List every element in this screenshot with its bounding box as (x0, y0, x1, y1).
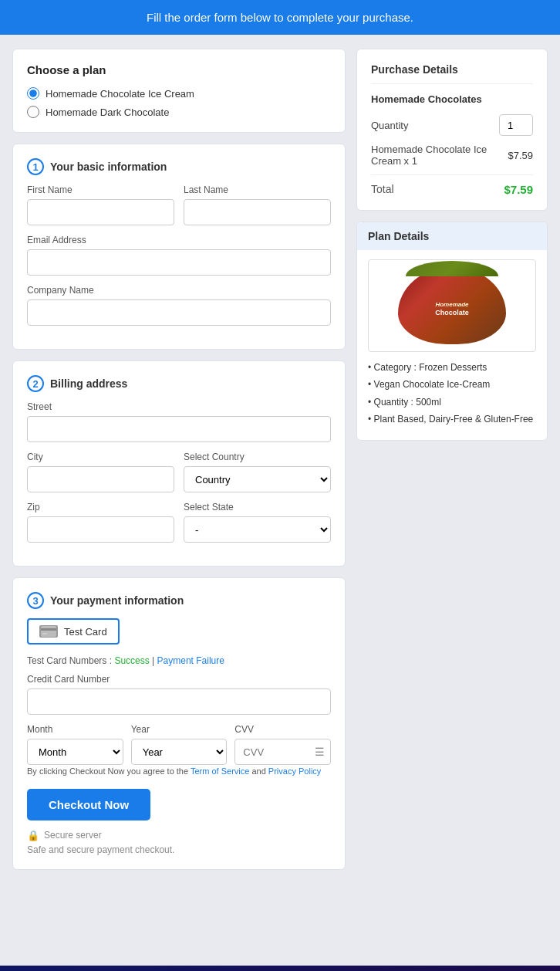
checkout-button[interactable]: Checkout Now (27, 789, 150, 820)
test-card-prefix: Test Card Numbers : (27, 655, 114, 666)
state-group: Select State - (184, 502, 331, 543)
secure-row: 🔒 Secure server (27, 830, 331, 841)
quantity-input[interactable] (499, 114, 533, 136)
terms-text1: By clicking Checkout Now you agree to th… (27, 766, 191, 776)
plan-option-1[interactable]: Homemade Chocolate Ice Cream (27, 87, 331, 100)
total-price: $7.59 (504, 183, 533, 196)
lock-icon: 🔒 (27, 830, 39, 841)
svg-rect-2 (42, 633, 47, 634)
basic-info-card: 1 Your basic information First Name Last… (12, 144, 346, 350)
billing-card: 2 Billing address Street City Select (12, 360, 346, 567)
expiry-cvv-row: Month Month 01020304 05060708 09101112 Y… (27, 724, 331, 765)
basic-info-title: 1 Your basic information (27, 158, 331, 175)
total-label: Total (371, 183, 394, 196)
product-image: Homemade Chocolate (398, 267, 506, 344)
zip-label: Zip (27, 502, 174, 513)
test-card-tab[interactable]: Test Card (27, 618, 120, 645)
payment-label: Your payment information (50, 594, 184, 607)
street-group: Street (27, 401, 331, 442)
bullet-type: • Vegan Chocolate Ice-Cream (368, 377, 536, 392)
item-price: $7.59 (508, 150, 533, 161)
card-icon (39, 625, 58, 638)
first-name-input[interactable] (27, 199, 174, 225)
plan-details-card: Plan Details Homemade Chocolate • Catego… (356, 222, 548, 441)
plan-radio-1[interactable] (27, 87, 39, 100)
cvv-icon: ☰ (315, 746, 325, 758)
card-number-row: Credit Card Number (27, 674, 331, 715)
item-label: Homemade Chocolate Ice Cream x 1 (371, 144, 508, 167)
card-number-group: Credit Card Number (27, 674, 331, 715)
year-select[interactable]: Year 20242025202620272028 (131, 739, 228, 765)
test-card-failure: Payment Failure (157, 655, 224, 666)
month-select[interactable]: Month 01020304 05060708 09101112 (27, 739, 123, 765)
last-name-label: Last Name (184, 184, 331, 195)
test-card-tab-label: Test Card (64, 626, 107, 638)
billing-step: 2 (27, 375, 44, 392)
plan-details-title: Plan Details (357, 222, 547, 250)
svg-rect-1 (41, 628, 56, 631)
basic-info-step: 1 (27, 158, 44, 175)
street-input[interactable] (27, 416, 331, 442)
terms-link2[interactable]: Privacy Policy (268, 766, 321, 776)
svg-rect-0 (41, 626, 56, 637)
city-country-row: City Select Country Country (27, 452, 331, 492)
street-row: Street (27, 401, 331, 442)
plan-option-2[interactable]: Homemade Dark Chocolate (27, 106, 331, 118)
bullet-category: • Category : Frozen Desserts (368, 360, 536, 375)
zip-input[interactable] (27, 516, 174, 543)
city-group: City (27, 452, 174, 492)
state-label: Select State (184, 502, 331, 513)
test-card-separator: | (150, 655, 157, 666)
name-row: First Name Last Name (27, 184, 331, 225)
email-row: Email Address (27, 235, 331, 276)
cvv-label: CVV (234, 724, 331, 735)
quantity-label: Quantity (371, 120, 499, 131)
email-input[interactable] (27, 249, 331, 276)
terms-link1[interactable]: Term of Service (191, 766, 249, 776)
basic-info-label: Your basic information (50, 161, 167, 173)
year-group: Year Year 20242025202620272028 (131, 724, 228, 765)
plan-radio-group: Homemade Chocolate Ice Cream Homemade Da… (27, 87, 331, 118)
banner-text: Fill the order form below to complete yo… (147, 11, 413, 24)
product-image-text: Homemade Chocolate (435, 293, 469, 318)
city-input[interactable] (27, 466, 174, 492)
choose-plan-card: Choose a plan Homemade Chocolate Ice Cre… (12, 49, 346, 133)
terms-text2: and (249, 766, 268, 776)
country-label: Select Country (184, 452, 331, 462)
plan-option-1-label: Homemade Chocolate Ice Cream (46, 88, 194, 100)
card-number-label: Credit Card Number (27, 674, 331, 685)
first-name-group: First Name (27, 184, 174, 225)
purchase-details-card: Purchase Details Homemade Chocolates Qua… (356, 49, 548, 211)
plan-title: Choose a plan (27, 63, 331, 76)
year-label: Year (131, 724, 228, 735)
test-card-info: Test Card Numbers : Success | Payment Fa… (27, 655, 331, 666)
zip-state-row: Zip Select State - (27, 502, 331, 543)
card-number-input[interactable] (27, 688, 331, 715)
bullet-quantity: • Quantity : 500ml (368, 394, 536, 410)
last-name-input[interactable] (184, 199, 331, 225)
zip-group: Zip (27, 502, 174, 543)
first-name-label: First Name (27, 184, 174, 195)
street-label: Street (27, 401, 331, 412)
email-group: Email Address (27, 235, 331, 276)
credit-card-svg (41, 626, 56, 637)
quantity-row: Quantity (371, 114, 533, 136)
country-group: Select Country Country (184, 452, 331, 492)
right-column: Purchase Details Homemade Chocolates Qua… (356, 49, 548, 441)
company-input[interactable] (27, 299, 331, 326)
main-container: Choose a plan Homemade Chocolate Ice Cre… (0, 35, 560, 966)
product-name: Homemade Chocolates (371, 93, 533, 105)
country-select[interactable]: Country (184, 466, 331, 492)
company-row: Company Name (27, 285, 331, 326)
cvv-wrapper: ☰ (234, 739, 331, 765)
total-row: Total $7.59 (371, 174, 533, 196)
month-group: Month Month 01020304 05060708 09101112 (27, 724, 123, 765)
city-label: City (27, 452, 174, 462)
bullet-attributes: • Plant Based, Dairy-Free & Gluten-Free (368, 411, 536, 427)
plan-radio-2[interactable] (27, 106, 39, 118)
content-row: Choose a plan Homemade Chocolate Ice Cre… (12, 49, 548, 881)
company-label: Company Name (27, 285, 331, 296)
company-group: Company Name (27, 285, 331, 326)
state-select[interactable]: - (184, 516, 331, 543)
month-label: Month (27, 724, 123, 735)
